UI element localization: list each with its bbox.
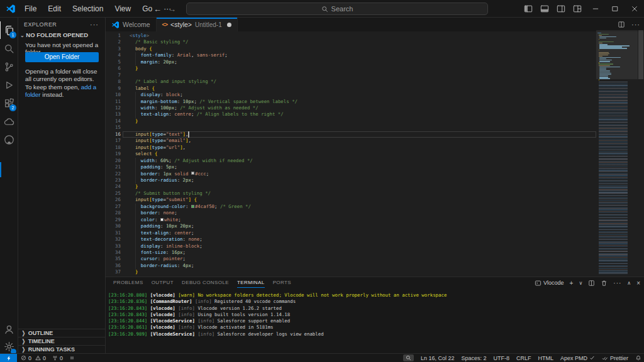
menu-selection[interactable]: Selection <box>67 2 109 16</box>
forward-arrow-icon[interactable]: → <box>168 4 176 14</box>
close-window-icon[interactable] <box>625 0 644 18</box>
line-number[interactable]: 11 <box>106 99 121 105</box>
kill-terminal-trash-icon[interactable] <box>601 280 608 287</box>
line-number[interactable]: 33 <box>106 243 121 250</box>
minimap[interactable] <box>596 30 638 277</box>
apex-pmd-status[interactable]: Apex PMD <box>560 355 595 361</box>
line-number[interactable]: 15 <box>106 124 121 131</box>
pane-running-tasks[interactable]: ❯RUNNING TASKS <box>18 345 105 353</box>
problems-status[interactable]: 0 0 <box>21 355 46 361</box>
extensions-icon[interactable]: 2 <box>0 94 18 112</box>
color-swatch[interactable] <box>160 218 164 221</box>
panel-tab-ports[interactable]: PORTS <box>273 277 291 288</box>
panel-tab-problems[interactable]: PROBLEMS <box>113 277 143 288</box>
panel-more-actions-icon[interactable]: ··· <box>613 280 621 287</box>
command-center-search[interactable]: Search <box>186 3 488 15</box>
eol-status[interactable]: CRLF <box>516 355 531 361</box>
remote-indicator[interactable] <box>0 354 17 362</box>
zoom-status[interactable] <box>403 354 414 361</box>
account-icon[interactable] <box>0 321 18 338</box>
line-number[interactable]: 23 <box>106 177 121 184</box>
no-folder-section-header[interactable]: ⌄ NO FOLDER OPENED <box>20 31 88 38</box>
menu-file[interactable]: File <box>19 2 42 16</box>
new-terminal-icon[interactable]: + <box>570 280 574 287</box>
line-number[interactable]: 18 <box>106 145 121 151</box>
line-number[interactable]: 30 <box>106 223 121 229</box>
pane-outline[interactable]: ❯OUTLINE <box>18 329 105 337</box>
line-number[interactable]: 22 <box>106 171 121 177</box>
line-number[interactable]: 3 <box>106 46 121 52</box>
color-swatch[interactable] <box>191 205 194 208</box>
layout-sidebar-left-icon[interactable] <box>520 0 536 18</box>
layout-sidebar-right-icon[interactable] <box>553 0 569 18</box>
panel-tab-output[interactable]: OUTPUT <box>152 277 174 288</box>
scrollbar-thumb[interactable] <box>638 30 643 79</box>
editor-more-actions-icon[interactable]: ··· <box>631 21 640 28</box>
pane-timeline[interactable]: ❯TIMELINE <box>18 337 105 345</box>
maximize-panel-icon[interactable]: ∧ <box>627 280 631 286</box>
line-number[interactable]: 16 <box>106 131 121 138</box>
menu-view[interactable]: View <box>109 2 136 16</box>
customize-layout-icon[interactable] <box>569 0 586 18</box>
line-number[interactable]: 32 <box>106 236 121 243</box>
line-number[interactable]: 12 <box>106 105 121 111</box>
line-number[interactable]: 21 <box>106 164 121 170</box>
run-debug-icon[interactable] <box>0 76 18 94</box>
line-number[interactable]: 13 <box>106 111 121 118</box>
line-number[interactable]: 9 <box>106 85 121 92</box>
split-editor-icon[interactable] <box>618 21 625 28</box>
panel-tab-terminal[interactable]: TERMINAL <box>237 277 265 288</box>
sidebar-more-actions-icon[interactable]: ··· <box>90 21 99 28</box>
line-number[interactable]: 6 <box>106 65 121 72</box>
line-number[interactable]: 24 <box>106 184 121 190</box>
line-number[interactable]: 17 <box>106 138 121 144</box>
line-number[interactable]: 27 <box>106 204 121 210</box>
line-number[interactable]: 36 <box>106 263 121 269</box>
terminal-profile-label[interactable]: Vlocode <box>535 280 564 287</box>
maximize-icon[interactable] <box>605 0 625 18</box>
line-number[interactable]: 10 <box>106 92 121 98</box>
terminal-dropdown-icon[interactable]: ∨ <box>579 280 582 286</box>
open-folder-button[interactable]: Open Folder <box>25 52 99 62</box>
line-number[interactable]: 20 <box>106 158 121 164</box>
modified-dot-icon[interactable] <box>227 23 231 27</box>
split-terminal-icon[interactable] <box>588 280 595 287</box>
encoding-status[interactable]: UTF-8 <box>493 355 509 361</box>
notifications-status[interactable] <box>635 355 641 361</box>
line-number[interactable]: 19 <box>106 151 121 157</box>
line-number[interactable]: 28 <box>106 210 121 216</box>
menu-edit[interactable]: Edit <box>42 2 67 16</box>
line-number[interactable]: 14 <box>106 118 121 124</box>
settings-icon[interactable] <box>0 337 18 355</box>
line-number[interactable]: 37 <box>106 269 121 275</box>
close-panel-icon[interactable]: × <box>636 280 640 287</box>
layout-panel-icon[interactable] <box>536 0 553 18</box>
search-icon[interactable] <box>0 40 18 57</box>
code-editor[interactable]: 1<style>2 /* Basic styling */3 body {4 f… <box>106 33 596 277</box>
line-number[interactable]: 1 <box>106 33 121 39</box>
source-control-icon[interactable] <box>0 58 18 75</box>
prettier-status[interactable]: Prettier <box>602 355 628 361</box>
editor-scrollbar[interactable] <box>638 30 644 277</box>
line-number[interactable]: 35 <box>106 256 121 262</box>
line-number[interactable]: 25 <box>106 190 121 197</box>
language-mode-status[interactable]: HTML <box>538 355 553 361</box>
back-arrow-icon[interactable]: ← <box>153 4 162 14</box>
terminal-output[interactable]: [23:16:20.808] [vlocode] [warn] No works… <box>108 292 447 337</box>
line-number[interactable]: 8 <box>106 79 121 85</box>
minimize-icon[interactable] <box>586 0 605 18</box>
ports-status[interactable]: 0 <box>52 355 63 361</box>
line-number[interactable]: 4 <box>106 52 121 58</box>
line-number[interactable]: 5 <box>106 59 121 65</box>
line-number[interactable]: 34 <box>106 250 121 256</box>
tab-welcome[interactable]: Welcome <box>106 18 157 31</box>
explorer-icon[interactable]: 1 <box>0 21 18 39</box>
line-number[interactable]: 29 <box>106 217 121 223</box>
pause-indicator[interactable] <box>69 355 75 361</box>
line-number[interactable]: 2 <box>106 39 121 45</box>
cursor-position-status[interactable]: Ln 16, Col 22 <box>421 355 455 361</box>
panel-tab-debug-console[interactable]: DEBUG CONSOLE <box>182 277 229 288</box>
github-icon[interactable] <box>0 131 18 148</box>
indentation-status[interactable]: Spaces: 2 <box>461 355 486 361</box>
line-number[interactable]: 7 <box>106 72 121 79</box>
